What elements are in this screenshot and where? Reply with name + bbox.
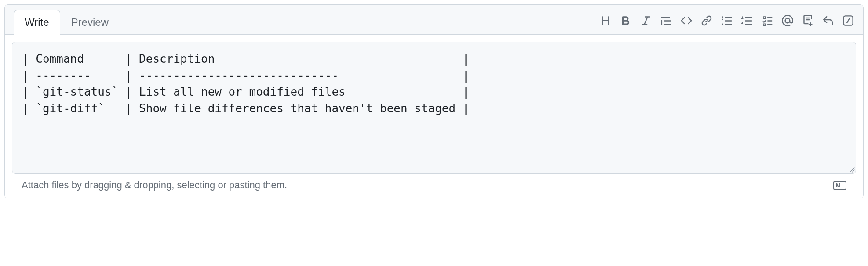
tab-write[interactable]: Write <box>14 10 60 35</box>
markdown-icon[interactable]: M↓ <box>833 181 846 190</box>
resize-handle-icon[interactable] <box>12 167 856 173</box>
editor-toolbar <box>599 9 858 27</box>
task-list-icon[interactable] <box>761 14 773 27</box>
tab-preview[interactable]: Preview <box>60 10 120 35</box>
toolbar-group-text <box>599 14 652 27</box>
attach-hint[interactable]: Attach files by dragging & dropping, sel… <box>22 180 287 191</box>
svg-line-1 <box>847 18 850 23</box>
toolbar-group-lists <box>721 14 773 27</box>
editor-tabs: Write Preview <box>14 9 120 34</box>
reference-icon[interactable] <box>802 14 814 27</box>
toolbar-group-insert <box>781 14 834 27</box>
textarea-wrapper <box>12 42 856 174</box>
code-icon[interactable] <box>680 14 693 27</box>
mention-icon[interactable] <box>781 14 794 27</box>
comment-box: Write Preview <box>4 4 864 198</box>
slash-command-icon[interactable] <box>842 14 854 27</box>
editor-header: Write Preview <box>5 5 863 34</box>
editor-body: Attach files by dragging & dropping, sel… <box>5 34 863 198</box>
editor-footer: Attach files by dragging & dropping, sel… <box>12 174 856 198</box>
markdown-textarea[interactable] <box>12 42 856 165</box>
heading-icon[interactable] <box>599 14 612 27</box>
toolbar-group-block <box>660 14 713 27</box>
link-icon[interactable] <box>700 14 713 27</box>
saved-reply-icon[interactable] <box>822 14 834 27</box>
bold-icon[interactable] <box>620 14 632 27</box>
quote-icon[interactable] <box>660 14 672 27</box>
ordered-list-icon[interactable] <box>741 14 753 27</box>
italic-icon[interactable] <box>640 14 652 27</box>
toolbar-group-more <box>842 14 854 27</box>
unordered-list-icon[interactable] <box>721 14 733 27</box>
